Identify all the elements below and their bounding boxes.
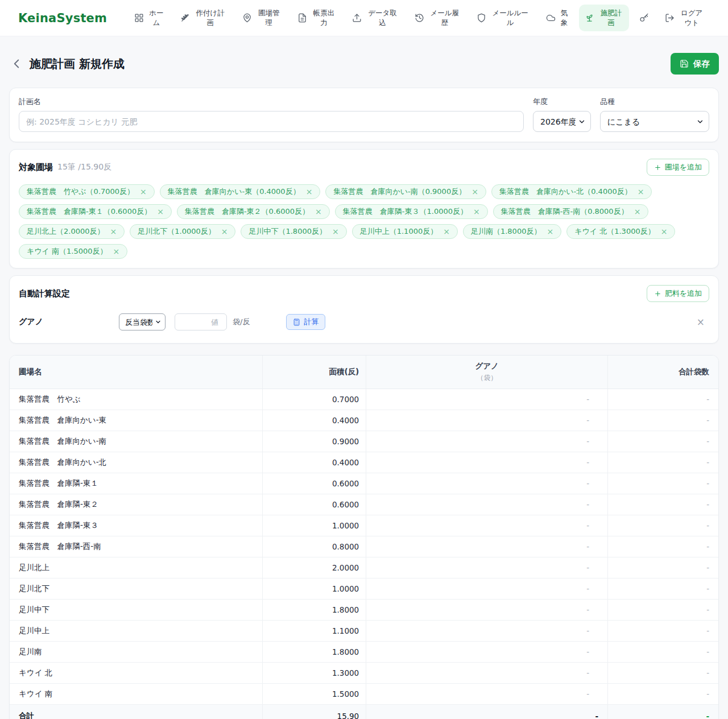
cell-guano: - — [366, 536, 608, 557]
cell-guano: - — [366, 600, 608, 621]
upload-icon — [352, 13, 362, 23]
nav-item-import[interactable]: データ取込 — [346, 5, 404, 32]
cell-total: - — [608, 600, 718, 621]
wheat-icon — [180, 13, 190, 23]
calc-method-select[interactable]: 反当袋数 — [119, 313, 166, 330]
cell-guano: - — [366, 494, 608, 515]
cell-guano: - — [366, 642, 608, 663]
auto-calc-card: 自動計算設定 肥料を追加 グアノ 反当袋数 袋/反 計算 × — [9, 275, 719, 344]
document-icon — [297, 13, 307, 23]
cell-field-name: 集落営農 竹やぶ — [10, 389, 263, 410]
remove-tag-icon[interactable]: × — [332, 228, 339, 235]
header-total-bags: 合計袋数 — [608, 356, 718, 389]
nav-item-fertilization[interactable]: 施肥計画 — [579, 5, 630, 32]
table-row: 集落営農 竹やぶ 0.7000 - - — [10, 389, 718, 410]
save-button[interactable]: 保存 — [671, 53, 719, 75]
fields-table: 圃場名 面積(反) グアノ （袋） 合計袋数 集落営農 竹やぶ 0.7000 - — [10, 356, 718, 719]
cell-total: - — [608, 389, 718, 410]
shield-icon — [477, 13, 486, 23]
field-tag: 足川中上（1.1000反） × — [352, 224, 458, 239]
remove-tag-icon[interactable]: × — [473, 208, 480, 216]
cell-guano: - — [366, 389, 608, 410]
field-tag-label: 集落営農 倉庫向かい-南（0.9000反） — [333, 187, 466, 197]
field-tag-label: キウイ 南（1.5000反） — [27, 246, 107, 257]
main-nav: ホーム 作付け計画 圃場管理 帳票出力 データ取込 — [129, 5, 710, 32]
remove-tag-icon[interactable]: × — [638, 188, 644, 196]
field-tag-label: キウイ 北（1.3000反） — [574, 226, 655, 237]
cell-field-name: 集落営農 倉庫向かい-東 — [10, 410, 263, 431]
cell-field-name: 足川北下 — [10, 578, 263, 600]
remove-tag-icon[interactable]: × — [443, 228, 450, 235]
nav-item-home[interactable]: ホーム — [129, 5, 170, 32]
plan-name-input[interactable] — [19, 111, 524, 132]
cell-area: 0.4000 — [263, 410, 366, 431]
field-tag-label: 集落営農 倉庫隣-西-南（0.8000反） — [501, 206, 628, 217]
nav-item-reports[interactable]: 帳票出力 — [292, 5, 342, 32]
cell-area: 1.8000 — [263, 600, 366, 621]
remove-fertilizer-icon[interactable]: × — [697, 317, 705, 327]
nav-item-key[interactable] — [634, 9, 655, 27]
footer-total: - — [608, 705, 718, 719]
remove-tag-icon[interactable]: × — [221, 228, 228, 235]
remove-tag-icon[interactable]: × — [661, 228, 668, 235]
cell-area: 0.6000 — [263, 473, 366, 494]
cell-total: - — [608, 494, 718, 515]
table-body: 集落営農 竹やぶ 0.7000 - - 集落営農 倉庫向かい-東 0.4000 … — [10, 389, 718, 705]
remove-tag-icon[interactable]: × — [140, 188, 147, 196]
cell-total: - — [608, 536, 718, 557]
nav-item-label: 作付け計画 — [195, 9, 226, 28]
nav-item-weather[interactable]: 気象 — [540, 5, 574, 32]
field-tag: 集落営農 竹やぶ（0.7000反） × — [19, 184, 155, 199]
footer-label: 合計 — [10, 705, 263, 719]
table-footer-row: 合計 15.90 - - — [10, 705, 718, 719]
table-row: 集落営農 倉庫隣-東２ 0.6000 - - — [10, 494, 718, 515]
remove-tag-icon[interactable]: × — [471, 188, 478, 196]
nav-item-logout[interactable]: ログアウト — [659, 5, 710, 32]
year-select[interactable]: 2026年度 — [533, 111, 591, 132]
remove-tag-icon[interactable]: × — [315, 208, 322, 216]
back-chevron-icon[interactable] — [9, 56, 24, 71]
nav-item-planting[interactable]: 作付け計画 — [175, 5, 232, 32]
field-tag: 集落営農 倉庫隣-東２（0.6000反） × — [177, 204, 330, 219]
plan-form-card: 計画名 年度 2026年度 品種 にこまる — [9, 88, 719, 142]
save-icon — [680, 59, 689, 68]
cell-area: 0.8000 — [263, 536, 366, 557]
add-field-button[interactable]: 圃場を追加 — [647, 159, 709, 176]
nav-item-mail-rules[interactable]: メールルール — [471, 5, 536, 32]
cell-guano: - — [366, 410, 608, 431]
remove-tag-icon[interactable]: × — [634, 208, 641, 216]
header-field-name: 圃場名 — [10, 356, 263, 389]
table-row: 集落営農 倉庫隣-東１ 0.6000 - - — [10, 473, 718, 494]
remove-tag-icon[interactable]: × — [110, 228, 117, 235]
remove-tag-icon[interactable]: × — [547, 228, 553, 235]
target-fields-summary: 15筆 /15.90反 — [57, 162, 111, 172]
field-tag: 集落営農 倉庫向かい-南（0.9000反） × — [325, 184, 486, 199]
table-row: キウイ 南 1.5000 - - — [10, 684, 718, 705]
cell-field-name: 足川中上 — [10, 621, 263, 642]
table-row: 集落営農 倉庫隣-東３ 1.0000 - - — [10, 515, 718, 536]
cell-field-name: 集落営農 倉庫向かい-北 — [10, 452, 263, 473]
plan-name-label: 計画名 — [19, 97, 524, 107]
field-tag-label: 集落営農 倉庫向かい-東（0.4000反） — [168, 187, 300, 197]
nav-item-fields[interactable]: 圃場管理 — [237, 5, 287, 32]
cell-guano: - — [366, 515, 608, 536]
plus-icon — [654, 164, 661, 171]
cell-area: 0.7000 — [263, 389, 366, 410]
remove-tag-icon[interactable]: × — [306, 188, 313, 196]
variety-select[interactable]: にこまる — [600, 111, 709, 132]
variety-group: 品種 にこまる — [600, 97, 709, 132]
target-fields-card: 対象圃場 15筆 /15.90反 圃場を追加 集落営農 竹やぶ（0.7000反）… — [9, 149, 719, 268]
calculate-button[interactable]: 計算 — [286, 314, 325, 330]
cell-area: 1.0000 — [263, 578, 366, 600]
remove-tag-icon[interactable]: × — [157, 208, 164, 216]
add-fertilizer-button[interactable]: 肥料を追加 — [647, 285, 709, 302]
fertilizer-row: グアノ 反当袋数 袋/反 計算 × — [19, 313, 709, 330]
field-tag: 集落営農 倉庫向かい-北（0.4000反） × — [491, 184, 652, 199]
remove-tag-icon[interactable]: × — [113, 247, 120, 255]
cell-total: - — [608, 557, 718, 578]
table-row: 集落営農 倉庫隣-西-南 0.8000 - - — [10, 536, 718, 557]
nav-item-mail-history[interactable]: メール履歴 — [409, 5, 466, 32]
calc-value-input[interactable] — [175, 313, 227, 330]
brand-logo[interactable]: KeinaSystem — [18, 11, 107, 25]
field-tag: キウイ 北（1.3000反） × — [566, 224, 675, 239]
